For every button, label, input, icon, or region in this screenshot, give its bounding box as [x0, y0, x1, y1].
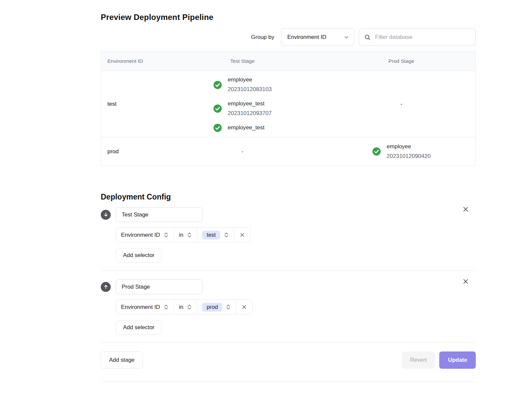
selector-operator-select[interactable]: in [174, 300, 197, 314]
stage-divider [101, 270, 476, 271]
remove-stage-button[interactable] [462, 205, 469, 213]
updown-caret-icon [226, 304, 231, 310]
arrow-down-circle-icon [101, 210, 111, 220]
filter-database-box [359, 28, 476, 46]
pipeline-table-header: Environment ID Test Stage Prod Stage [101, 52, 475, 71]
group-by-label: Group by [251, 34, 274, 41]
remove-selector-icon [239, 232, 245, 238]
updown-caret-icon [164, 304, 169, 310]
group-by-selected-value: Environment ID [287, 34, 326, 41]
database-name: employee [387, 142, 431, 152]
database-version: 20231012090420 [387, 152, 431, 161]
selector-operator-value: in [179, 232, 183, 238]
config-footer: Add stage Revert Update [101, 351, 476, 369]
filter-database-input[interactable] [374, 34, 470, 41]
database-name: employee [228, 75, 272, 85]
update-button[interactable]: Update [439, 351, 476, 369]
pipeline-toolbar: Group by Environment ID [251, 28, 476, 46]
updown-caret-icon [164, 232, 169, 238]
stage-config-prod: Environment ID in prod [101, 279, 476, 335]
test-stage-cell: employee 20231012083103 employee_test 20… [158, 71, 327, 137]
pipeline-table: Environment ID Test Stage Prod Stage tes… [101, 52, 476, 166]
bottom-divider [101, 381, 476, 382]
database-version: 20231012083103 [228, 85, 272, 94]
database-entry: employee_test [213, 123, 272, 133]
remove-selector-button[interactable] [234, 228, 250, 242]
database-entry: employee_test 20231012093707 [213, 99, 272, 118]
stage-config-test: Environment ID in test [101, 207, 476, 263]
add-selector-button[interactable]: Add selector [116, 248, 162, 263]
success-check-icon [372, 147, 381, 156]
deployment-config-title: Deployment Config [101, 193, 171, 201]
stage-title-input[interactable] [116, 207, 203, 222]
environment-cell: test [101, 71, 158, 137]
database-version: 20231012093707 [228, 109, 272, 118]
preview-deployment-pipeline-panel: Preview Deployment Pipeline Group by Env… [101, 0, 476, 399]
selector-operator-select[interactable]: in [174, 228, 197, 242]
prod-stage-cell-empty: - [327, 71, 475, 137]
remove-selector-icon [241, 304, 247, 310]
database-list: employee 20231012090420 [372, 142, 431, 161]
selector-field-select[interactable]: Environment ID [116, 228, 174, 242]
database-name: employee_test [228, 99, 272, 109]
remove-stage-button[interactable] [462, 277, 469, 285]
prod-stage-cell: employee 20231012090420 [327, 137, 475, 166]
group-by-select[interactable]: Environment ID [281, 28, 354, 46]
success-check-icon [213, 123, 222, 132]
success-check-icon [213, 104, 222, 113]
selector-value-tag: test [202, 231, 220, 239]
selector-value-tag: prod [202, 303, 222, 312]
selector-field-value: Environment ID [121, 232, 160, 238]
close-icon [462, 278, 469, 285]
search-icon [364, 34, 371, 41]
add-selector-button[interactable]: Add selector [116, 320, 162, 335]
test-stage-cell-empty: - [158, 137, 327, 166]
column-header-prod-stage: Prod Stage [327, 58, 475, 64]
selector-field-select[interactable]: Environment ID [116, 300, 174, 314]
page-title: Preview Deployment Pipeline [101, 13, 213, 22]
updown-caret-icon [187, 304, 192, 310]
chevron-down-icon [344, 35, 349, 40]
updown-caret-icon [224, 232, 229, 238]
selector-operator-value: in [179, 304, 183, 311]
remove-selector-button[interactable] [236, 300, 252, 314]
updown-caret-icon [187, 232, 192, 238]
database-list: employee 20231012083103 employee_test 20… [213, 75, 272, 132]
add-stage-button[interactable]: Add stage [101, 351, 143, 369]
column-header-environment-id: Environment ID [101, 58, 158, 64]
footer-divider [101, 342, 476, 343]
selector-value-select[interactable]: test [197, 228, 233, 242]
success-check-icon [213, 80, 222, 89]
table-row-prod: prod - employee 20231012090420 [101, 137, 475, 166]
revert-button[interactable]: Revert [402, 351, 435, 369]
selector-rule: Environment ID in test [116, 227, 251, 242]
environment-cell: prod [101, 137, 158, 166]
table-row-test: test employee 20231012083103 [101, 71, 475, 137]
column-header-test-stage: Test Stage [158, 58, 327, 64]
selector-field-value: Environment ID [121, 304, 160, 311]
database-name: employee_test [228, 123, 265, 133]
database-entry: employee 20231012083103 [213, 75, 272, 94]
arrow-up-circle-icon [101, 282, 111, 292]
selector-value-select[interactable]: prod [197, 300, 236, 314]
database-entry: employee 20231012090420 [372, 142, 431, 161]
stage-title-input[interactable] [116, 279, 203, 294]
selector-rule: Environment ID in prod [116, 300, 253, 315]
close-icon [462, 206, 469, 213]
